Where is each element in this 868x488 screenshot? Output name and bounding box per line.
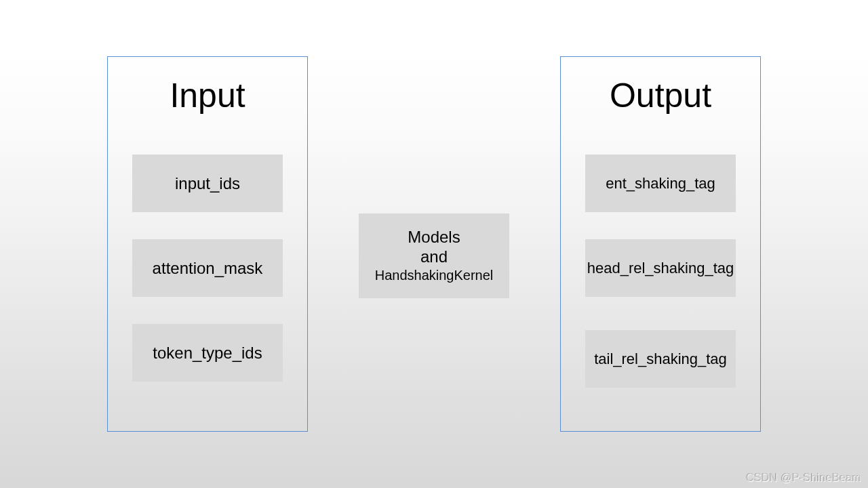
item-attention-mask: attention_mask (132, 239, 283, 297)
item-tail-rel-shaking-tag: tail_rel_shaking_tag (585, 330, 736, 388)
output-title: Output (610, 76, 711, 115)
center-line-2: and (420, 247, 448, 267)
input-items: input_ids attention_mask token_type_ids (132, 155, 283, 382)
models-kernel-box: Models and HandshakingKernel (359, 214, 509, 298)
item-token-type-ids: token_type_ids (132, 324, 283, 382)
center-line-1: Models (408, 228, 460, 247)
diagram-container: Input input_ids attention_mask token_typ… (0, 0, 868, 488)
item-head-rel-shaking-tag: head_rel_shaking_tag (585, 239, 736, 297)
output-items: ent_shaking_tag head_rel_shaking_tag tai… (585, 155, 736, 388)
center-line-3: HandshakingKernel (375, 267, 494, 283)
center-column: Models and HandshakingKernel (359, 56, 509, 432)
watermark: CSDN @P-ShineBeam (746, 472, 861, 484)
input-title: Input (170, 76, 245, 115)
item-input-ids: input_ids (132, 155, 283, 212)
item-ent-shaking-tag: ent_shaking_tag (585, 155, 736, 212)
input-panel: Input input_ids attention_mask token_typ… (107, 56, 308, 432)
output-panel: Output ent_shaking_tag head_rel_shaking_… (560, 56, 761, 432)
